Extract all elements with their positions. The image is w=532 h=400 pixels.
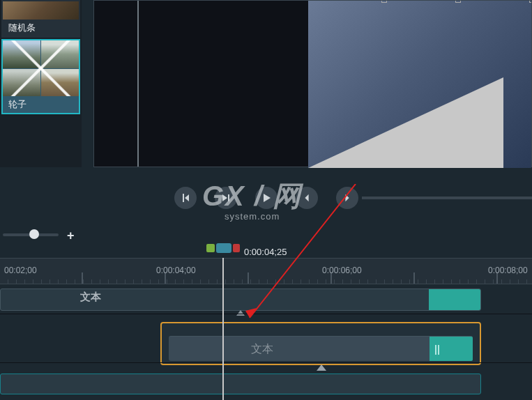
resize-handle-icon[interactable]	[529, 1, 531, 3]
chevron-left-icon	[302, 193, 312, 203]
timeline-clip-selected[interactable]: 文本	[160, 322, 481, 365]
timeline-clip[interactable]: 文本	[0, 289, 481, 311]
clip-label: 文本	[80, 291, 101, 304]
timeline-ruler[interactable]: 00:02;00 0:00:04;00 0:00:06;00 0:00:08;0…	[0, 258, 532, 284]
ruler-label: 00:02;00	[4, 266, 37, 275]
preview-shape-triangle	[308, 77, 503, 168]
resize-handle-icon[interactable]	[381, 1, 387, 3]
timeline-track-text-2[interactable]: 文本	[0, 318, 532, 362]
timeline-clip[interactable]	[0, 374, 481, 394]
step-back-button[interactable]	[215, 187, 237, 209]
clip-expand-arrow-icon[interactable]	[236, 310, 245, 316]
playhead-line[interactable]	[222, 258, 224, 400]
playhead-grip-icon[interactable]	[216, 243, 231, 253]
marker-green-icon	[206, 244, 215, 252]
prev-frame-button[interactable]	[174, 187, 197, 209]
timeline-panel: 0:00:04;25 00:02;00 0:00:04;00 0:00:06;0…	[0, 243, 532, 400]
ruler-label: 0:00:04;00	[156, 266, 196, 275]
ruler-ticks	[0, 259, 532, 284]
media-thumb-label: 随机条	[3, 20, 79, 36]
play-icon	[261, 192, 272, 203]
marker-red-icon	[233, 244, 240, 252]
playhead-time-display: 0:00:04;25	[244, 247, 287, 257]
clip-label: 文本	[251, 342, 273, 357]
media-thumb-label: 轮子	[3, 96, 79, 113]
playback-progress-bar[interactable]	[362, 197, 532, 199]
preview-canvas[interactable]	[308, 1, 531, 168]
prev-frame-icon	[180, 192, 191, 203]
media-thumb-wheel[interactable]: 轮子	[1, 39, 80, 114]
next-marker-button[interactable]	[336, 187, 358, 209]
play-button[interactable]	[255, 187, 278, 209]
clip-trim-grip-icon[interactable]	[435, 345, 436, 355]
zoom-slider-thumb[interactable]	[29, 229, 39, 239]
clip-transition-end[interactable]	[429, 289, 480, 310]
media-thumb-random-bars[interactable]: 随机条	[1, 0, 80, 38]
timeline-track-video[interactable]	[0, 368, 532, 396]
timeline-zoom-row: +	[0, 227, 532, 243]
clip-body[interactable]: 文本	[169, 336, 473, 361]
chevron-right-icon	[342, 193, 352, 203]
ruler-label: 0:00:08;00	[488, 266, 528, 275]
media-library-panel: 随机条 轮子	[0, 0, 82, 167]
step-back-icon	[220, 192, 231, 203]
preview-monitor	[93, 0, 532, 167]
pip-selection-handles[interactable]	[381, 1, 531, 5]
track-separator	[0, 362, 532, 363]
media-thumb-image	[3, 1, 79, 20]
prev-marker-button[interactable]	[296, 187, 318, 209]
preview-marker-line	[137, 1, 139, 167]
ruler-label: 0:00:06;00	[322, 266, 362, 275]
track-separator	[0, 314, 532, 314]
resize-handle-icon[interactable]	[455, 1, 461, 3]
zoom-in-button[interactable]: +	[67, 229, 75, 243]
clip-transition-end[interactable]	[430, 337, 473, 361]
timeline-track-text-1[interactable]: 文本	[0, 286, 532, 314]
playhead-marker-flags[interactable]	[206, 244, 240, 252]
media-thumb-image	[3, 40, 79, 96]
